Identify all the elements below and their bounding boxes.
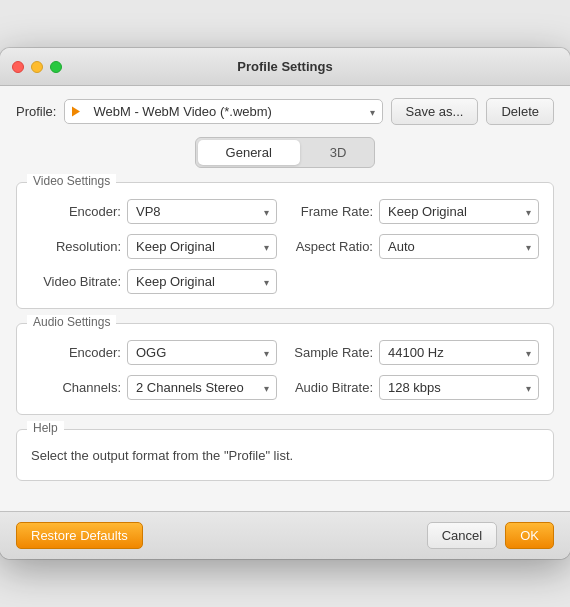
- audio-settings-grid: Encoder: OGG ▾ Sample Rate: 44100 Hz: [31, 340, 539, 400]
- encoder-label: Encoder:: [31, 204, 121, 219]
- audio-settings-title: Audio Settings: [27, 315, 116, 329]
- audio-bitrate-label: Audio Bitrate:: [293, 380, 373, 395]
- aspect-label: Aspect Ratio:: [293, 239, 373, 254]
- channels-select[interactable]: 2 Channels Stereo: [127, 375, 277, 400]
- samplerate-row: Sample Rate: 44100 Hz ▾: [293, 340, 539, 365]
- audio-encoder-row: Encoder: OGG ▾: [31, 340, 277, 365]
- framerate-label: Frame Rate:: [293, 204, 373, 219]
- ok-button[interactable]: OK: [505, 522, 554, 549]
- encoder-row: Encoder: VP8 ▾: [31, 199, 277, 224]
- cancel-button[interactable]: Cancel: [427, 522, 497, 549]
- profile-row: Profile: WebM - WebM Video (*.webm) ▾ Sa…: [16, 98, 554, 125]
- audio-encoder-select[interactable]: OGG: [127, 340, 277, 365]
- audio-bitrate-row: Audio Bitrate: 128 kbps ▾: [293, 375, 539, 400]
- tab-container: General 3D: [195, 137, 376, 168]
- video-settings-title: Video Settings: [27, 174, 116, 188]
- delete-button[interactable]: Delete: [486, 98, 554, 125]
- titlebar: Profile Settings: [0, 48, 570, 86]
- bottom-right-buttons: Cancel OK: [427, 522, 554, 549]
- aspect-select[interactable]: Auto: [379, 234, 539, 259]
- resolution-select-wrapper: Keep Original ▾: [127, 234, 277, 259]
- tab-general[interactable]: General: [198, 140, 300, 165]
- resolution-label: Resolution:: [31, 239, 121, 254]
- video-bitrate-row: Video Bitrate: Keep Original ▾: [31, 269, 277, 294]
- channels-row: Channels: 2 Channels Stereo ▾: [31, 375, 277, 400]
- channels-label: Channels:: [31, 380, 121, 395]
- encoder-select[interactable]: VP8: [127, 199, 277, 224]
- profile-label: Profile:: [16, 104, 56, 119]
- bottom-bar: Restore Defaults Cancel OK: [0, 511, 570, 559]
- framerate-select-wrapper: Keep Original ▾: [379, 199, 539, 224]
- help-title: Help: [27, 421, 64, 435]
- video-settings-grid: Encoder: VP8 ▾ Frame Rate: Keep Original: [31, 199, 539, 294]
- audio-encoder-label: Encoder:: [31, 345, 121, 360]
- profile-select[interactable]: WebM - WebM Video (*.webm): [64, 99, 382, 124]
- channels-select-wrapper: 2 Channels Stereo ▾: [127, 375, 277, 400]
- empty-cell: [293, 269, 539, 294]
- tabs-row: General 3D: [16, 137, 554, 168]
- main-content: Profile: WebM - WebM Video (*.webm) ▾ Sa…: [0, 86, 570, 511]
- audio-bitrate-select[interactable]: 128 kbps: [379, 375, 539, 400]
- profile-settings-window: Profile Settings Profile: WebM - WebM Vi…: [0, 48, 570, 559]
- video-bitrate-select-wrapper: Keep Original ▾: [127, 269, 277, 294]
- help-text: Select the output format from the "Profi…: [31, 446, 539, 466]
- video-bitrate-select[interactable]: Keep Original: [127, 269, 277, 294]
- aspect-row: Aspect Ratio: Auto ▾: [293, 234, 539, 259]
- minimize-button[interactable]: [31, 61, 43, 73]
- tab-3d[interactable]: 3D: [302, 138, 375, 167]
- framerate-row: Frame Rate: Keep Original ▾: [293, 199, 539, 224]
- samplerate-label: Sample Rate:: [293, 345, 373, 360]
- profile-select-wrapper: WebM - WebM Video (*.webm) ▾: [64, 99, 382, 124]
- video-settings-section: Video Settings Encoder: VP8 ▾ Frame Rate…: [16, 182, 554, 309]
- traffic-lights: [12, 61, 62, 73]
- samplerate-select[interactable]: 44100 Hz: [379, 340, 539, 365]
- encoder-select-wrapper: VP8 ▾: [127, 199, 277, 224]
- save-as-button[interactable]: Save as...: [391, 98, 479, 125]
- audio-bitrate-select-wrapper: 128 kbps ▾: [379, 375, 539, 400]
- maximize-button[interactable]: [50, 61, 62, 73]
- resolution-row: Resolution: Keep Original ▾: [31, 234, 277, 259]
- help-section: Help Select the output format from the "…: [16, 429, 554, 481]
- samplerate-select-wrapper: 44100 Hz ▾: [379, 340, 539, 365]
- resolution-select[interactable]: Keep Original: [127, 234, 277, 259]
- aspect-select-wrapper: Auto ▾: [379, 234, 539, 259]
- video-bitrate-label: Video Bitrate:: [31, 274, 121, 289]
- play-icon: [72, 104, 80, 119]
- audio-settings-section: Audio Settings Encoder: OGG ▾ Sample Rat…: [16, 323, 554, 415]
- restore-defaults-button[interactable]: Restore Defaults: [16, 522, 143, 549]
- window-title: Profile Settings: [237, 59, 332, 74]
- close-button[interactable]: [12, 61, 24, 73]
- framerate-select[interactable]: Keep Original: [379, 199, 539, 224]
- audio-encoder-select-wrapper: OGG ▾: [127, 340, 277, 365]
